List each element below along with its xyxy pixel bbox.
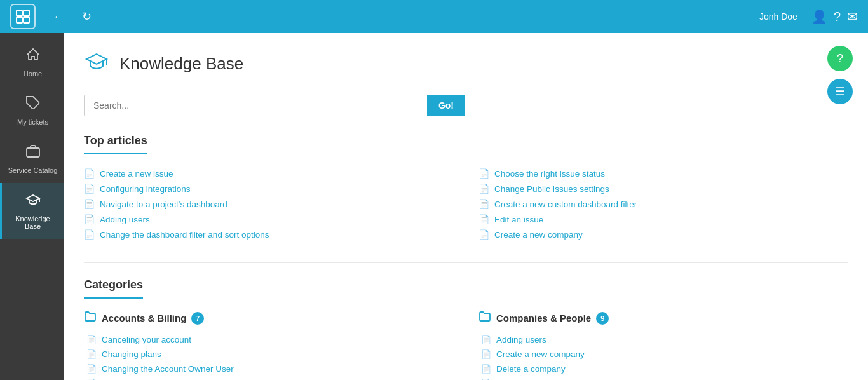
article-title: Change Public Issues settings (494, 184, 609, 194)
help-fab-button[interactable]: ? (827, 46, 853, 71)
sidebar-item-knowledge-base-label: Knowledge Base (7, 215, 58, 230)
article-title: Navigate to a project's dashboard (100, 200, 227, 209)
category-item[interactable]: 📄 Delete a company (481, 362, 848, 376)
doc-icon: 📄 (481, 335, 491, 344)
categories-section: Categories Accounts & Billing 7 (84, 278, 848, 380)
category-item-label: Delete a company (496, 364, 566, 374)
sidebar-item-home[interactable]: Home (0, 38, 64, 86)
category-item[interactable]: 📄 Changing your account name, URL subdom… (86, 376, 453, 380)
category-name: Companies & People (496, 313, 591, 323)
content-area: ? ☰ Knowledge Base Go! Top articles (64, 33, 868, 380)
category-item[interactable]: 📄 Changing the Account Owner User (86, 362, 453, 376)
fab-container: ? ☰ (827, 46, 853, 104)
category-name: Accounts & Billing (102, 313, 186, 323)
article-title: Change the dashboard filter and sort opt… (100, 230, 269, 240)
articles-right-col: 📄 Choose the right issue status 📄 Change… (478, 166, 848, 242)
doc-icon: 📄 (478, 199, 489, 209)
doc-icon: 📄 (86, 349, 97, 359)
sidebar-item-my-tickets-label: My tickets (17, 118, 48, 126)
topnav-right: Jonh Doe 👤 ? ✉ (759, 9, 858, 24)
svg-rect-0 (17, 10, 22, 16)
category-item[interactable]: 📄 Changing plans (86, 347, 453, 362)
doc-icon: 📄 (478, 214, 489, 224)
article-title: Create a new custom dashboard filter (494, 200, 637, 209)
category-item[interactable]: 📄 Delete a user (481, 376, 848, 380)
svg-rect-3 (24, 17, 29, 23)
doc-icon: 📄 (84, 229, 95, 240)
doc-icon: 📄 (86, 335, 97, 344)
article-link[interactable]: 📄 Create a new company (478, 227, 848, 242)
doc-icon: 📄 (84, 199, 95, 209)
category-header: Accounts & Billing 7 (84, 310, 453, 326)
category-item-label: Changing plans (102, 349, 161, 359)
article-link[interactable]: 📄 Navigate to a project's dashboard (84, 196, 453, 212)
article-link[interactable]: 📄 Change Public Issues settings (478, 181, 848, 196)
search-bar: Go! (84, 95, 465, 116)
article-link[interactable]: 📄 Create a new custom dashboard filter (478, 196, 848, 212)
article-title: Configuring integrations (100, 184, 191, 194)
top-articles-section: Top articles 📄 Create a new issue 📄 Conf… (84, 134, 848, 242)
sidebar-item-service-catalog-label: Service Catalog (8, 166, 58, 174)
articles-grid: 📄 Create a new issue 📄 Configuring integ… (84, 166, 848, 242)
back-button[interactable]: ← (48, 6, 69, 27)
sidebar-item-knowledge-base[interactable]: Knowledge Base (0, 183, 64, 239)
svg-rect-5 (27, 148, 39, 157)
app-logo[interactable] (10, 4, 36, 29)
knowledge-base-icon (25, 192, 41, 211)
category-items: 📄 Adding users 📄 Create a new company 📄 … (478, 332, 848, 380)
category-item-label: Canceling your account (102, 335, 191, 344)
article-title: Create a new issue (100, 169, 173, 179)
refresh-button[interactable]: ↻ (76, 6, 97, 27)
chat-fab-button[interactable]: ☰ (827, 79, 853, 104)
category-item-label: Create a new company (496, 349, 585, 359)
doc-icon: 📄 (86, 364, 97, 374)
article-link[interactable]: 📄 Create a new issue (84, 166, 453, 181)
article-link[interactable]: 📄 Edit an issue (478, 212, 848, 227)
user-name: Jonh Doe (759, 11, 797, 22)
topnav-actions: ← ↻ (48, 6, 97, 27)
article-title: Create a new company (494, 230, 583, 240)
doc-icon: 📄 (481, 364, 491, 374)
article-title: Edit an issue (494, 215, 543, 224)
service-catalog-icon (25, 144, 41, 163)
knowledge-base-header-icon (84, 48, 109, 79)
folder-icon (478, 310, 491, 326)
sidebar-item-service-catalog[interactable]: Service Catalog (0, 135, 64, 183)
category-item-label: Changing the Account Owner User (102, 364, 234, 374)
article-title: Choose the right issue status (494, 169, 605, 179)
sidebar-item-my-tickets[interactable]: My tickets (0, 86, 64, 135)
doc-icon: 📄 (84, 214, 95, 224)
search-button[interactable]: Go! (427, 95, 465, 116)
category-companies-people: Companies & People 9 📄 Adding users 📄 Cr… (478, 310, 848, 380)
category-badge: 7 (191, 312, 204, 325)
article-link[interactable]: 📄 Configuring integrations (84, 181, 453, 196)
category-item[interactable]: 📄 Create a new company (481, 347, 848, 362)
category-items: 📄 Canceling your account 📄 Changing plan… (84, 332, 453, 380)
doc-icon: 📄 (84, 168, 95, 179)
doc-icon: 📄 (478, 184, 489, 194)
sidebar-item-home-label: Home (24, 70, 42, 78)
doc-icon: 📄 (84, 184, 95, 194)
user-icon[interactable]: 👤 (811, 9, 827, 24)
help-icon[interactable]: ? (834, 10, 841, 24)
articles-left-col: 📄 Create a new issue 📄 Configuring integ… (84, 166, 453, 242)
doc-icon: 📄 (478, 168, 489, 179)
category-item[interactable]: 📄 Canceling your account (86, 332, 453, 347)
category-item-label: Adding users (496, 335, 546, 344)
main-layout: Home My tickets Service Catalog (0, 33, 868, 380)
categories-grid: Accounts & Billing 7 📄 Canceling your ac… (84, 310, 848, 380)
doc-icon: 📄 (481, 349, 491, 359)
category-header: Companies & People 9 (478, 310, 848, 326)
category-item[interactable]: 📄 Adding users (481, 332, 848, 347)
sidebar: Home My tickets Service Catalog (0, 33, 64, 380)
article-link[interactable]: 📄 Choose the right issue status (478, 166, 848, 181)
article-link[interactable]: 📄 Change the dashboard filter and sort o… (84, 227, 453, 242)
search-input[interactable] (84, 95, 427, 116)
category-accounts-billing: Accounts & Billing 7 📄 Canceling your ac… (84, 310, 453, 380)
folder-icon (84, 310, 97, 326)
page-header: Knowledge Base (84, 48, 848, 79)
mail-icon[interactable]: ✉ (847, 9, 858, 24)
article-title: Adding users (100, 215, 150, 224)
article-link[interactable]: 📄 Adding users (84, 212, 453, 227)
page-title: Knowledge Base (119, 54, 243, 74)
